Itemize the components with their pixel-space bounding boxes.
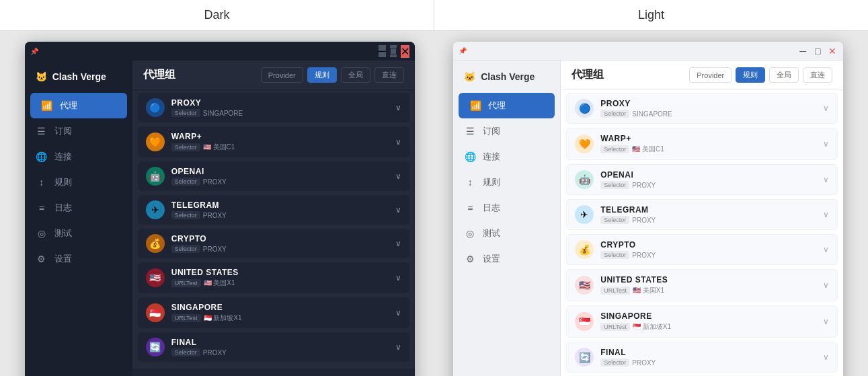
dark-proxy-item-sg[interactable]: 🇸🇬 SINGAPORE URLTest 🇸🇬 新加坡X1 ∨ <box>138 297 409 328</box>
light-sidebar-item-subscribe[interactable]: ☰ 订阅 <box>453 118 560 144</box>
dark-proxy-icon: 📶 <box>41 100 53 111</box>
dark-logo: 🐱 Clash Verge <box>25 66 132 93</box>
dark-direct-button[interactable]: 直连 <box>374 67 404 83</box>
light-sidebar-item-rules[interactable]: ↕ 规则 <box>453 170 560 195</box>
dark-proxy-meta-sg: URLTest 🇸🇬 新加坡X1 <box>171 313 395 323</box>
light-proxy-item-final[interactable]: 🔄 FINAL Selector PROXY ∨ <box>566 342 838 373</box>
light-proxy-name-openai: OPENAI <box>600 170 823 180</box>
dark-proxy-item-sg-icon: 🇸🇬 <box>146 303 165 322</box>
light-proxy-sub-sg: 🇸🇬 新加坡X1 <box>633 322 671 332</box>
light-minimize-button[interactable]: ─ <box>797 46 808 57</box>
light-sidebar-item-connect[interactable]: 🌐 连接 <box>453 144 560 170</box>
dark-rules-filter-button[interactable]: 规则 <box>307 67 337 83</box>
dark-proxy-meta-telegram: Selector PROXY <box>171 211 395 219</box>
dark-sidebar-item-proxy[interactable]: 📶 代理 <box>30 93 127 118</box>
light-proxy-item-crypto-icon: 💰 <box>575 240 594 259</box>
dark-proxy-sub-crypto: PROXY <box>203 246 227 253</box>
dark-rules-icon: ↕ <box>36 177 48 188</box>
dark-proxy-meta-openai: Selector PROXY <box>171 178 395 186</box>
light-close-button[interactable]: ✕ <box>827 46 838 57</box>
light-proxy-info-crypto: CRYPTO Selector PROXY <box>600 240 823 259</box>
dark-content-area: 代理组 Provider 规则 全局 直连 🔵 <box>132 61 415 376</box>
light-sidebar-item-proxy[interactable]: 📶 代理 <box>459 93 555 118</box>
light-proxy-name-final: FINAL <box>600 348 823 357</box>
light-proxy-tag-openai: Selector <box>600 181 629 189</box>
dark-proxy-info-sg: SINGAPORE URLTest 🇸🇬 新加坡X1 <box>171 303 395 323</box>
dark-sidebar-item-settings[interactable]: ⚙ 设置 <box>25 246 132 272</box>
light-proxy-item-sg-icon: 🇸🇬 <box>575 312 594 331</box>
light-proxy-item-telegram[interactable]: ✈ TELEGRAM Selector PROXY ∨ <box>566 199 838 230</box>
dark-proxy-name-crypto: CRYPTO <box>171 234 395 243</box>
dark-sidebar-item-subscribe[interactable]: ☰ 订阅 <box>25 118 132 144</box>
dark-proxy-info-final: FINAL Selector PROXY <box>171 338 395 356</box>
light-proxy-item-proxy[interactable]: 🔵 PROXY Selector SINGAPORE ∨ <box>566 93 838 124</box>
light-proxy-item-warp[interactable]: 🧡 WARP+ Selector 🇺🇸 美国C1 ∨ <box>566 128 838 160</box>
dark-header-buttons: Provider 规则 全局 直连 <box>261 67 404 83</box>
dark-test-label: 测试 <box>54 227 72 239</box>
panels-container: 📌 ─ □ ✕ 🐱 Clash Verge 📶 代理 <box>0 31 868 376</box>
dark-proxy-item-telegram[interactable]: ✈ TELEGRAM Selector PROXY ∨ <box>138 195 409 225</box>
light-logo-icon: 🐱 <box>464 71 475 82</box>
light-direct-button[interactable]: 直连 <box>803 67 832 83</box>
light-subscribe-icon: ☰ <box>464 126 476 137</box>
light-proxy-item-sg[interactable]: 🇸🇬 SINGAPORE URLTest 🇸🇬 新加坡X1 ∨ <box>566 305 838 338</box>
light-rules-label: 规则 <box>483 176 500 188</box>
light-sidebar: 🐱 Clash Verge 📶 代理 ☰ 订阅 🌐 连接 <box>453 61 561 376</box>
dark-proxy-sub-sg: 🇸🇬 新加坡X1 <box>204 313 242 323</box>
light-test-label: 测试 <box>483 227 500 239</box>
light-provider-button[interactable]: Provider <box>689 67 732 83</box>
light-proxy-item-crypto[interactable]: 💰 CRYPTO Selector PROXY ∨ <box>566 234 838 265</box>
dark-proxy-item-telegram-icon: ✈ <box>146 200 165 219</box>
dark-proxy-item-crypto[interactable]: 💰 CRYPTO Selector PROXY ∨ <box>138 229 409 258</box>
dark-sidebar-item-logs[interactable]: ≡ 日志 <box>25 195 132 221</box>
dark-maximize-button[interactable]: □ <box>390 45 397 57</box>
light-proxy-chevron-proxy: ∨ <box>823 104 829 113</box>
dark-sidebar: 🐱 Clash Verge 📶 代理 ☰ 订阅 🌐 连接 <box>25 61 132 376</box>
light-proxy-sub-crypto: PROXY <box>632 252 656 259</box>
dark-panel: 📌 ─ □ ✕ 🐱 Clash Verge 📶 代理 <box>11 42 429 376</box>
light-rules-filter-button[interactable]: 规则 <box>736 67 765 83</box>
dark-sidebar-item-test[interactable]: ◎ 测试 <box>25 221 132 246</box>
light-sidebar-item-logs[interactable]: ≡ 日志 <box>453 195 560 221</box>
dark-sidebar-item-connect[interactable]: 🌐 连接 <box>25 144 132 170</box>
dark-proxy-item-openai-icon: 🤖 <box>146 167 165 186</box>
dark-proxy-item-openai[interactable]: 🤖 OPENAI Selector PROXY ∨ <box>138 161 409 191</box>
light-sidebar-item-settings[interactable]: ⚙ 设置 <box>453 246 560 272</box>
light-settings-icon: ⚙ <box>464 254 476 264</box>
dark-proxy-item-crypto-icon: 💰 <box>146 234 165 253</box>
dark-close-button[interactable]: ✕ <box>401 45 409 58</box>
light-proxy-list: 🔵 PROXY Selector SINGAPORE ∨ <box>561 90 843 376</box>
dark-proxy-meta-crypto: Selector PROXY <box>171 245 395 253</box>
dark-subscribe-icon: ☰ <box>36 126 48 137</box>
dark-proxy-tag-final: Selector <box>171 348 200 356</box>
light-all-button[interactable]: 全局 <box>769 67 799 83</box>
dark-proxy-meta-proxy: Selector SINGAPORE <box>171 109 395 117</box>
dark-all-button[interactable]: 全局 <box>341 67 370 83</box>
light-proxy-tag-warp: Selector <box>600 145 629 153</box>
light-proxy-name-warp: WARP+ <box>600 134 823 143</box>
dark-proxy-meta-warp: Selector 🇺🇸 美国C1 <box>171 143 395 152</box>
dark-proxy-tag-sg: URLTest <box>171 314 201 322</box>
light-proxy-sub-warp: 🇺🇸 美国C1 <box>632 145 664 154</box>
dark-minimize-button[interactable]: ─ <box>379 45 386 57</box>
light-panel: 📌 ─ □ ✕ 🐱 Clash Verge 📶 代理 <box>440 42 858 376</box>
dark-proxy-item-us[interactable]: 🇺🇸 UNITED STATES URLTest 🇺🇸 美国X1 ∨ <box>138 262 409 293</box>
light-proxy-name-sg: SINGAPORE <box>600 311 823 321</box>
light-proxy-item-telegram-icon: ✈ <box>575 205 594 224</box>
dark-proxy-info-openai: OPENAI Selector PROXY <box>171 167 395 186</box>
light-subscribe-label: 订阅 <box>483 125 500 137</box>
light-maximize-button[interactable]: □ <box>812 46 823 57</box>
dark-proxy-item-warp[interactable]: 🧡 WARP+ Selector 🇺🇸 美国C1 ∨ <box>138 126 409 157</box>
dark-proxy-item-proxy[interactable]: 🔵 PROXY Selector SINGAPORE ∨ <box>138 93 409 122</box>
dark-sidebar-item-rules[interactable]: ↕ 规则 <box>25 170 132 195</box>
dark-content-title: 代理组 <box>143 68 175 82</box>
light-proxy-item-openai[interactable]: 🤖 OPENAI Selector PROXY ∨ <box>566 164 838 195</box>
light-header-buttons: Provider 规则 全局 直连 <box>689 67 832 83</box>
dark-proxy-item-final[interactable]: 🔄 FINAL Selector PROXY ∨ <box>138 332 409 362</box>
light-proxy-item-us[interactable]: 🇺🇸 UNITED STATES URLTest 🇺🇸 美国X1 ∨ <box>566 269 838 301</box>
dark-proxy-item-proxy-icon: 🔵 <box>146 98 165 117</box>
light-content-title: 代理组 <box>571 68 604 82</box>
light-sidebar-item-test[interactable]: ◎ 测试 <box>453 221 560 246</box>
light-logo-text: Clash Verge <box>481 71 535 82</box>
dark-provider-button[interactable]: Provider <box>261 67 303 83</box>
